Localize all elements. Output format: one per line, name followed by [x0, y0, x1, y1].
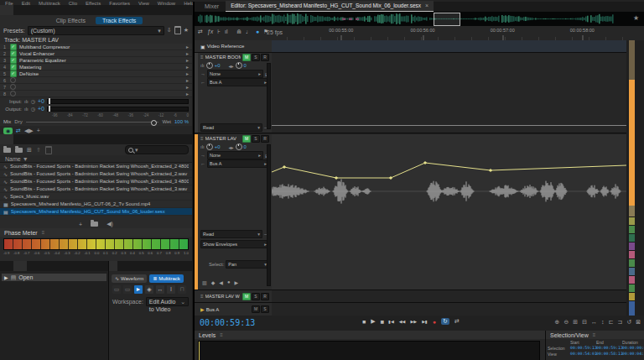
- keyframe-dot-icon[interactable]: ●: [227, 279, 231, 284]
- insert-into-multitrack-icon[interactable]: ⇑: [36, 147, 41, 154]
- effect-power-icon[interactable]: [10, 91, 16, 97]
- mute-button[interactable]: M: [242, 293, 251, 300]
- pre-post-icon[interactable]: ◀▶: [24, 128, 34, 134]
- pan-knob[interactable]: [236, 62, 242, 69]
- clip-keyframes-icon[interactable]: ▥: [202, 279, 207, 285]
- effect-power-icon[interactable]: [10, 64, 17, 70]
- file-row[interactable]: Specs_Music.wav: [0, 193, 192, 201]
- panel-menu-icon[interactable]: ≡: [220, 332, 223, 337]
- effect-slot[interactable]: 3 Parametric Equalizer ▸: [0, 57, 192, 64]
- arm-button[interactable]: R: [261, 293, 269, 300]
- track-output-dropdown[interactable]: Bus A ▸: [207, 78, 269, 86]
- zoom-out-horizontal-icon[interactable]: ⊟: [582, 319, 587, 326]
- panel-tab[interactable]: [27, 5, 40, 15]
- effect-power-icon[interactable]: [10, 57, 17, 64]
- play-button[interactable]: ▶: [371, 318, 375, 325]
- track-navigator-strip[interactable]: [629, 40, 635, 316]
- panel-tab[interactable]: [40, 5, 54, 15]
- solo-button[interactable]: S: [252, 54, 260, 61]
- panel-tab[interactable]: [0, 261, 13, 271]
- save-preset-icon[interactable]: ⇩: [167, 27, 172, 34]
- panel-tab[interactable]: [40, 134, 54, 144]
- selection-end[interactable]: 00:00:59:13: [596, 346, 622, 351]
- effect-power-icon[interactable]: [10, 44, 17, 50]
- panel-tab[interactable]: [0, 5, 13, 15]
- track-master-boom[interactable]: ≡ MASTER BOOM M S R ılı +0 ◂▸ 0: [195, 53, 626, 133]
- skip-selection-button[interactable]: ⇄: [454, 318, 460, 325]
- automation-mode-dropdown[interactable]: Read ▾: [200, 123, 262, 132]
- chevron-right-icon[interactable]: ▸: [186, 57, 189, 63]
- lav-clip[interactable]: [272, 134, 626, 290]
- panel-tab[interactable]: [13, 134, 27, 144]
- zoom-out-point-icon[interactable]: ⊖: [564, 319, 569, 326]
- panel-tab[interactable]: [13, 261, 27, 271]
- open-file-icon[interactable]: [15, 148, 23, 153]
- view-end[interactable]: 00:00:58:11: [596, 352, 622, 357]
- solo-button[interactable]: S: [252, 293, 260, 300]
- track-output-dropdown[interactable]: Bus A ▸: [207, 159, 269, 168]
- panel-tab[interactable]: [109, 261, 117, 271]
- next-keyframe-icon[interactable]: ▶: [235, 279, 239, 285]
- slider-handle[interactable]: [49, 98, 50, 104]
- output-gain-slider[interactable]: [47, 107, 189, 112]
- open-folder-icon[interactable]: [91, 222, 98, 227]
- rewind-button[interactable]: ◀◀: [399, 319, 406, 324]
- panel-tab[interactable]: [0, 134, 13, 144]
- chevron-right-icon[interactable]: ▸: [186, 84, 189, 90]
- effect-slot[interactable]: 2 Vocal Enhancer ▸: [0, 50, 192, 57]
- volume-knob[interactable]: [206, 143, 213, 150]
- zoom-reset-icon[interactable]: ↺: [626, 319, 631, 326]
- file-row[interactable]: SoundBits - Focused Sports - Badminton R…: [0, 163, 192, 170]
- file-row[interactable]: Specsavers_Misheard Manifesto_HG_CUT_Sou…: [0, 208, 192, 216]
- chevron-right-icon[interactable]: ▸: [186, 91, 189, 97]
- files-name-header[interactable]: Name ▼: [0, 155, 192, 163]
- favorite-star-icon[interactable]: ★: [184, 27, 189, 34]
- view-duration[interactable]: 00:00:04:10: [622, 352, 644, 357]
- prev-keyframe-icon[interactable]: ◀: [219, 279, 223, 285]
- view-start[interactable]: 00:00:54:01: [570, 352, 596, 357]
- show-envelopes-dropdown[interactable]: Show Envelopes ▸: [200, 240, 269, 248]
- history-item[interactable]: ▶ ▤ Open: [2, 274, 106, 281]
- mute-button[interactable]: M: [242, 54, 251, 61]
- workspace-dropdown[interactable]: Edit Audio to Video ⌄: [146, 297, 189, 306]
- effect-power-icon[interactable]: [10, 70, 17, 77]
- timeline-ruler[interactable]: 00:00:55:0000:00:56:0000:00:57:0000:00:5…: [287, 26, 626, 40]
- zoom-full-icon[interactable]: ⊠: [636, 319, 641, 326]
- zoom-in-point-icon[interactable]: ⊕: [555, 319, 560, 326]
- mute-button[interactable]: M: [252, 305, 260, 313]
- solo-button[interactable]: S: [252, 135, 260, 143]
- presets-dropdown[interactable]: (Custom) ▾: [28, 26, 164, 35]
- routing-icon[interactable]: ⇄: [16, 128, 21, 134]
- waveform-view-button[interactable]: ∿ Waveform: [112, 274, 147, 283]
- track-input-dropdown[interactable]: None ▸: [207, 70, 263, 78]
- effect-slot[interactable]: 4 Mastering ▸: [0, 64, 192, 70]
- automation-mode-dropdown[interactable]: Read ▾: [200, 230, 262, 238]
- file-row[interactable]: SoundBits - Focused Sports - Badminton R…: [0, 178, 192, 185]
- snap-icon[interactable]: ⊦: [217, 29, 221, 35]
- effect-slot[interactable]: 1 Multiband Compressor ▸: [0, 44, 192, 50]
- go-to-start-button[interactable]: ▮◀: [388, 319, 394, 324]
- playhead-timecode[interactable]: 00:00:59:13: [200, 318, 255, 327]
- move-tool-icon[interactable]: ►: [134, 285, 143, 294]
- session-overview-strip[interactable]: ★: [195, 12, 644, 26]
- metronome-icon[interactable]: ♩: [246, 29, 252, 35]
- loop-playback-button[interactable]: ↻: [441, 318, 449, 325]
- fast-forward-button[interactable]: ▶▶: [410, 319, 417, 324]
- timecode-overlay-icon[interactable]: ●: [256, 29, 259, 35]
- time-selection-tool-icon[interactable]: I: [167, 285, 175, 294]
- envelope-select-dropdown[interactable]: Pan ▾: [226, 260, 269, 269]
- panel-menu-icon[interactable]: ≡: [42, 230, 45, 235]
- chevron-right-icon[interactable]: ▸: [186, 64, 189, 70]
- file-row[interactable]: SoundBits - Focused Sports - Badminton R…: [0, 185, 192, 193]
- panel-tab[interactable]: [13, 5, 27, 15]
- files-search-input[interactable]: ▾: [125, 145, 189, 154]
- delete-file-icon[interactable]: [45, 146, 52, 154]
- effect-power-icon[interactable]: [10, 77, 16, 83]
- track-input-dropdown[interactable]: None ▸: [207, 151, 263, 159]
- zoom-in-horizontal-icon[interactable]: ⊞: [573, 319, 578, 326]
- overview-view-rectangle[interactable]: [434, 13, 460, 26]
- panel-tab[interactable]: [54, 5, 67, 15]
- panel-tab[interactable]: [27, 134, 40, 144]
- delete-preset-icon[interactable]: [174, 26, 181, 34]
- add-effect-icon[interactable]: +: [37, 128, 40, 133]
